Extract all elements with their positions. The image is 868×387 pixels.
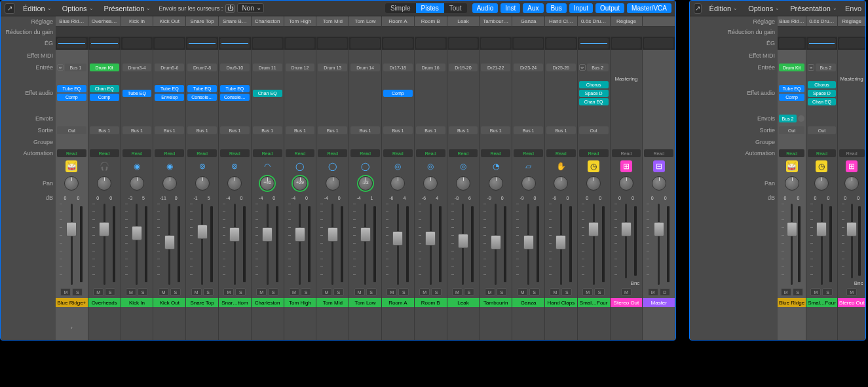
group-slot[interactable] (88, 136, 121, 147)
pan-knob[interactable] (844, 176, 859, 191)
fader[interactable] (450, 204, 477, 285)
menu-options[interactable]: Options⌄ (745, 3, 782, 14)
track-name[interactable]: Hand Claps (545, 298, 577, 307)
pan-knob[interactable] (521, 176, 536, 191)
eq-thumbnail[interactable] (88, 37, 121, 50)
automation-mode[interactable]: Read (123, 149, 152, 157)
track-name[interactable]: Stereo Out (611, 298, 643, 307)
fader[interactable] (124, 204, 151, 285)
fader[interactable] (91, 204, 118, 285)
mute-button[interactable]: M (354, 288, 365, 296)
input-slot[interactable]: Drum 12 (286, 64, 315, 71)
audio-fx-slot[interactable]: Chan EQ (90, 85, 119, 92)
eq-thumbnail[interactable] (219, 37, 251, 50)
mute-button[interactable]: M (93, 288, 104, 296)
automation-mode[interactable]: Read (187, 149, 217, 157)
track-name[interactable]: Kick Out (153, 298, 185, 307)
midi-fx-slot[interactable] (153, 50, 185, 62)
track-icon[interactable]: ◉ (131, 160, 143, 172)
track-icon[interactable]: ◔ (490, 160, 502, 172)
strip-header[interactable]: Overhea… (88, 16, 121, 27)
audio-fx-slot[interactable]: Space D (579, 90, 609, 97)
input-slot[interactable]: Drum Kit (779, 64, 804, 71)
output-slot[interactable]: Out (57, 126, 86, 134)
eq-thumbnail[interactable] (838, 37, 865, 50)
group-slot[interactable] (778, 136, 806, 147)
mute-button[interactable]: M (387, 288, 397, 296)
group-slot[interactable] (806, 136, 837, 147)
send-knob[interactable] (798, 115, 804, 122)
mute-button[interactable]: M (256, 288, 267, 296)
strip-header[interactable] (643, 16, 675, 27)
mute-button[interactable]: M (582, 288, 593, 296)
fader[interactable] (287, 204, 314, 285)
automation-mode[interactable]: Read (839, 149, 865, 157)
track-icon[interactable]: ◷ (816, 160, 827, 172)
track-icon[interactable]: ◯ (327, 160, 339, 172)
audio-fx-slot[interactable]: Space D (808, 90, 836, 97)
solo-button[interactable]: S (105, 288, 115, 296)
audio-fx-slot[interactable]: Chan EQ (579, 98, 609, 105)
track-name[interactable]: Charleston (252, 298, 284, 307)
fader[interactable] (385, 204, 411, 285)
track-name[interactable]: Master (643, 298, 675, 307)
group-slot[interactable] (284, 136, 316, 147)
audio-fx-slot[interactable]: Tube EQ (779, 85, 804, 92)
group-slot[interactable] (252, 136, 284, 147)
strip-header[interactable]: Tom High (284, 16, 316, 27)
input-slot[interactable]: Drum5-6 (155, 64, 184, 71)
stereo-link-icon[interactable]: ∞ (57, 64, 64, 71)
track-name[interactable]: Smal…Four (806, 298, 837, 307)
pan-knob[interactable] (162, 176, 177, 191)
eq-thumbnail[interactable] (186, 37, 218, 50)
track-icon[interactable]: ◷ (588, 160, 599, 172)
midi-fx-slot[interactable] (643, 50, 675, 62)
strip-header[interactable]: Kick Out (153, 16, 185, 27)
audio-fx-slot[interactable]: Tube EQ (57, 85, 86, 92)
fader[interactable] (580, 204, 607, 285)
midi-fx-slot[interactable] (578, 50, 610, 62)
eq-thumbnail[interactable] (415, 37, 447, 50)
audio-fx-slot[interactable]: Chan EQ (808, 98, 836, 105)
seg-simple[interactable]: Simple (385, 3, 416, 13)
input-slot[interactable]: Dru9-10 (220, 64, 250, 71)
track-icon[interactable]: ⊟ (653, 160, 665, 172)
group-slot[interactable] (480, 136, 512, 147)
output-slot[interactable]: Bus 1 (416, 126, 445, 134)
strip-header[interactable]: Réglage (838, 16, 865, 27)
menu-options[interactable]: Options⌄ (60, 3, 96, 14)
input-slot[interactable]: Dr21-22 (481, 64, 510, 71)
audio-fx-slot[interactable]: Envelop (155, 94, 184, 101)
track-name[interactable]: Tambourin (480, 298, 512, 307)
filter-audio[interactable]: Audio (472, 3, 499, 13)
group-slot[interactable] (349, 136, 381, 147)
fader[interactable] (352, 204, 379, 285)
track-icon[interactable]: ⊚ (229, 160, 240, 172)
pan-knob[interactable] (652, 176, 666, 191)
eq-thumbnail[interactable] (806, 37, 837, 50)
strip-header[interactable]: Room B (415, 16, 447, 27)
midi-fx-slot[interactable] (806, 50, 837, 62)
automation-mode[interactable]: Read (57, 149, 86, 157)
track-icon[interactable]: 🥁 (66, 160, 77, 172)
track-name[interactable]: Room A (382, 298, 414, 307)
group-slot[interactable] (186, 136, 218, 147)
filter-output[interactable]: Output (595, 3, 624, 13)
mute-button[interactable]: M (452, 288, 462, 296)
output-slot[interactable]: Bus 1 (187, 126, 217, 134)
mute-button[interactable]: M (810, 288, 821, 296)
pan-knob[interactable] (554, 176, 568, 191)
solo-button[interactable]: S (464, 288, 474, 296)
input-slot[interactable]: Drum 14 (350, 64, 380, 71)
output-slot[interactable]: Bus 1 (383, 126, 413, 134)
automation-mode[interactable]: Read (546, 149, 576, 157)
track-icon[interactable]: ◠ (261, 160, 273, 172)
menu-edition[interactable]: Édition⌄ (20, 3, 54, 14)
track-icon[interactable]: 🥁 (786, 160, 798, 172)
output-slot[interactable]: Bus 1 (350, 126, 380, 134)
midi-fx-slot[interactable] (88, 50, 121, 62)
automation-mode[interactable]: Read (318, 149, 347, 157)
solo-button[interactable]: S (333, 288, 344, 296)
fader[interactable] (613, 204, 640, 278)
midi-fx-slot[interactable] (415, 50, 447, 62)
